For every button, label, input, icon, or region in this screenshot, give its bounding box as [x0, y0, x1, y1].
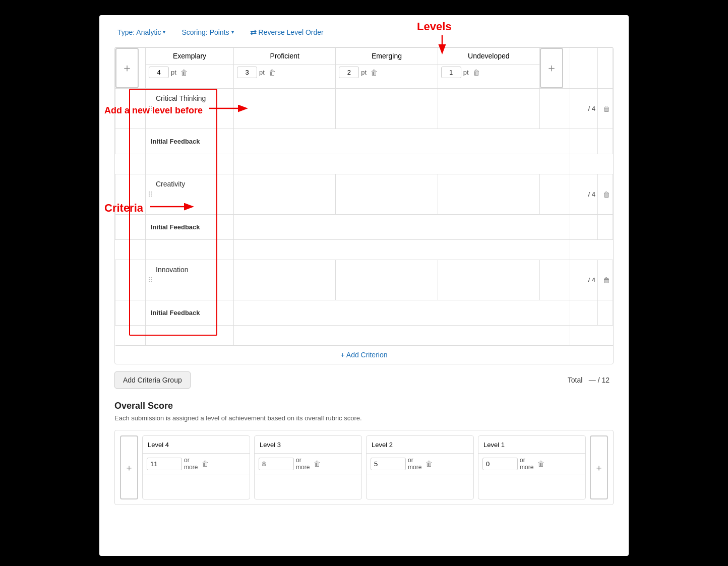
criteria-desc-undeveloped-1[interactable] — [540, 89, 570, 129]
overall-levels-row: ＋ ormore 🗑 ormor — [114, 430, 614, 505]
rubric-toolbar: Type: Analytic ▾ Scoring: Points ▾ ⇄ Rev… — [114, 25, 614, 39]
delete-level-proficient[interactable]: 🗑 — [269, 69, 276, 77]
feedback-content-1[interactable] — [234, 129, 570, 154]
spacer-score-2 — [570, 240, 598, 260]
level-name-input-emerging[interactable] — [336, 48, 437, 64]
overall-level-name-4[interactable] — [148, 441, 245, 449]
feedback-row-3: Initial Feedback — [115, 300, 613, 326]
type-dropdown[interactable]: Type: Analytic ▾ — [114, 26, 168, 38]
feedback-spacer-3 — [115, 300, 146, 326]
drag-handle-2[interactable]: ⠿ — [148, 191, 153, 199]
feedback-spacer-1 — [115, 129, 146, 154]
criteria-desc-proficient-1[interactable] — [336, 89, 438, 129]
level-points-proficient[interactable] — [237, 67, 257, 78]
criteria-desc-exemplary-2[interactable] — [234, 174, 336, 215]
criteria-desc-undeveloped-2[interactable] — [540, 174, 570, 215]
levels-header-row: ＋ pt 🗑 pt — [115, 48, 613, 89]
overall-level-card-1: ormore 🗑 — [478, 435, 586, 499]
delete-criteria-2[interactable]: 🗑 — [598, 174, 613, 215]
drag-col-2 — [115, 174, 146, 215]
overall-level-card-3: ormore 🗑 — [254, 435, 362, 499]
criteria-extra-desc-2 — [234, 240, 570, 260]
criteria-desc-exemplary-1[interactable] — [234, 89, 336, 129]
overall-score-section: Overall Score Each submission is assigne… — [114, 401, 614, 505]
add-overall-level-left[interactable]: ＋ — [120, 435, 138, 499]
delete-header-cell — [598, 48, 613, 89]
criteria-desc-proficient-2[interactable] — [336, 174, 438, 215]
level-points-exemplary[interactable] — [149, 67, 169, 78]
spacer-score-3 — [570, 326, 598, 346]
add-overall-level-right[interactable]: ＋ — [590, 435, 608, 499]
delete-overall-level-4[interactable]: 🗑 — [202, 460, 209, 468]
drag-handle-3[interactable]: ⠿ — [148, 276, 153, 284]
add-criteria-group-btn[interactable]: Add Criteria Group — [114, 371, 191, 389]
scoring-dropdown[interactable]: Scoring: Points ▾ — [178, 26, 236, 38]
add-criterion-cell: + Add Criterion — [115, 346, 613, 364]
criteria-desc-emerging-1[interactable] — [438, 89, 539, 129]
criteria-extra-1 — [146, 154, 234, 174]
drag-handle-1[interactable]: ⠿ — [148, 105, 153, 113]
criteria-desc-exemplary-3[interactable] — [234, 260, 336, 300]
overall-level-name-3[interactable] — [260, 441, 356, 449]
spacer-score-1 — [570, 154, 598, 174]
overall-level-card-2: ormore 🗑 — [366, 435, 474, 499]
overall-level-name-1[interactable] — [483, 441, 580, 449]
overall-threshold-1[interactable] — [482, 458, 518, 470]
feedback-content-2[interactable] — [234, 215, 570, 240]
delete-overall-level-2[interactable]: 🗑 — [426, 460, 433, 468]
overall-level-name-2[interactable] — [372, 441, 468, 449]
score-cell-2: / 4 — [570, 174, 598, 215]
criteria-name-1: Critical Thinking — [156, 94, 206, 102]
level-header-emerging: pt 🗑 — [336, 48, 438, 89]
criteria-desc-emerging-2[interactable] — [438, 174, 539, 215]
delete-criteria-1[interactable]: 🗑 — [598, 89, 613, 129]
criteria-desc-emerging-3[interactable] — [438, 260, 539, 300]
level-name-input-proficient[interactable] — [234, 48, 335, 64]
level-header-proficient: pt 🗑 — [234, 48, 336, 89]
overall-level-footer-1 — [478, 474, 585, 499]
delete-overall-level-3[interactable]: 🗑 — [314, 460, 321, 468]
delete-level-emerging[interactable]: 🗑 — [371, 69, 378, 77]
level-header-exemplary: pt 🗑 — [146, 48, 234, 89]
rubric-table: ＋ pt 🗑 pt — [115, 47, 613, 364]
feedback-label-1: Initial Feedback — [146, 129, 234, 154]
overall-level-footer-3 — [255, 474, 361, 499]
level-name-input-undeveloped[interactable] — [438, 48, 539, 64]
criteria-extra-desc-3 — [234, 326, 570, 346]
feedback-score-3 — [570, 300, 598, 326]
overall-level-card-4: ormore 🗑 — [142, 435, 250, 499]
delete-criteria-3[interactable]: 🗑 — [598, 260, 613, 300]
spacer-del-1 — [598, 154, 613, 174]
reverse-label: Reverse Level Order — [259, 28, 324, 36]
criteria-spacer-row-1 — [115, 154, 613, 174]
rubric-table-wrapper: ＋ pt 🗑 pt — [114, 47, 614, 364]
overall-threshold-2[interactable] — [371, 458, 406, 470]
add-level-left-btn[interactable]: ＋ — [115, 48, 139, 88]
criteria-spacer-row-3 — [115, 326, 613, 346]
reverse-level-btn[interactable]: ⇄ Reverse Level Order — [247, 25, 327, 39]
delete-overall-level-1[interactable]: 🗑 — [537, 460, 544, 468]
overall-threshold-4[interactable] — [147, 458, 182, 470]
criteria-row-2: ⠿ Creativity / 4 🗑 — [115, 174, 613, 215]
total-score: — / 12 — [589, 376, 610, 384]
criteria-extra-2 — [146, 240, 234, 260]
overall-threshold-3[interactable] — [259, 458, 294, 470]
add-level-right-btn[interactable]: ＋ — [540, 48, 563, 88]
level-points-undeveloped[interactable] — [441, 67, 461, 78]
feedback-label-2: Initial Feedback — [146, 215, 234, 240]
spacer-col-2 — [115, 240, 146, 260]
delete-level-exemplary[interactable]: 🗑 — [180, 69, 188, 77]
feedback-content-3[interactable] — [234, 300, 570, 326]
overall-score-title: Overall Score — [114, 401, 614, 411]
level-name-input-exemplary[interactable] — [146, 48, 233, 64]
add-criterion-btn[interactable]: + Add Criterion — [341, 351, 388, 359]
feedback-row-1: Initial Feedback — [115, 129, 613, 154]
criteria-desc-undeveloped-3[interactable] — [540, 260, 570, 300]
criteria-desc-proficient-3[interactable] — [336, 260, 438, 300]
criteria-name-3: Innovation — [156, 266, 189, 274]
bottom-toolbar: Add Criteria Group Total — / 12 — [114, 371, 614, 389]
criteria-row-3: ⠿ Innovation / 4 🗑 — [115, 260, 613, 300]
criteria-extra-desc-1 — [234, 154, 570, 174]
level-points-emerging[interactable] — [339, 67, 359, 78]
delete-level-undeveloped[interactable]: 🗑 — [473, 69, 480, 77]
